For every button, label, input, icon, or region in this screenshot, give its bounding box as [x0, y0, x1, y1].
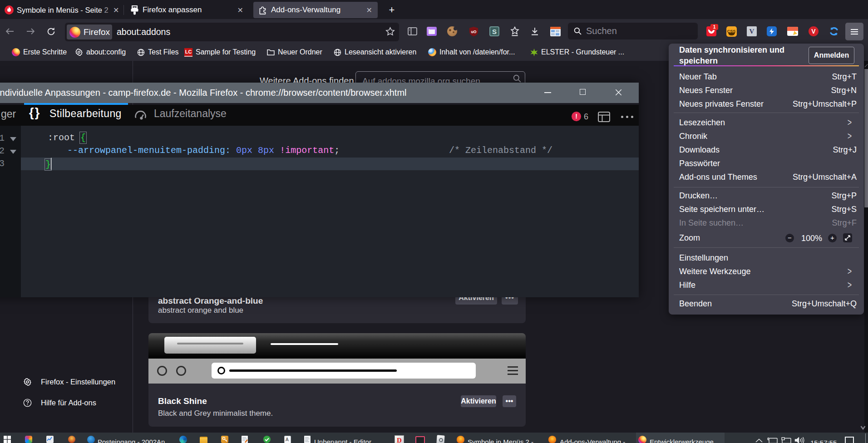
svg-text:uO: uO [471, 29, 476, 34]
